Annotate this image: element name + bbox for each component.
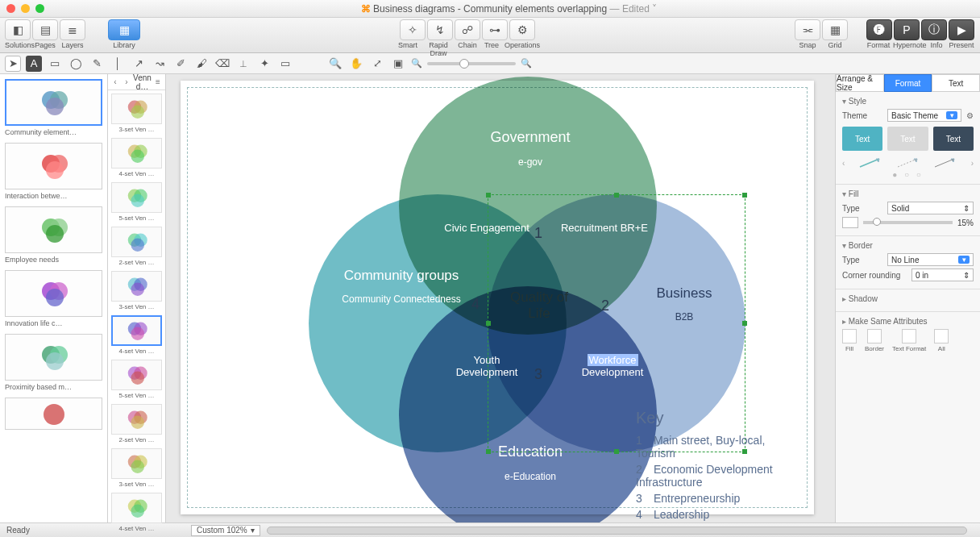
page-thumb-innovation[interactable]: Innovation life c… <box>5 270 102 327</box>
style-pager: ● ○ ○ <box>842 170 974 179</box>
hypernote-button[interactable]: P <box>894 19 920 40</box>
library-item-4[interactable]: 3-set Ven … <box>111 271 162 310</box>
library-item-5[interactable]: 4-set Ven … <box>111 315 162 355</box>
align-tool[interactable]: ▭ <box>277 56 293 72</box>
info-button[interactable]: ⓘ <box>921 19 947 40</box>
ellipse-tool[interactable]: ◯ <box>68 56 84 72</box>
fill-section[interactable]: Fill <box>842 189 974 198</box>
page-thumb-proximity[interactable]: Proximity based m… <box>5 334 102 391</box>
shadow-section[interactable]: Shadow <box>842 294 974 303</box>
canvas[interactable]: Government e-gov Community groups Commun… <box>166 74 835 522</box>
theme-gear-icon[interactable]: ⚙ <box>966 111 974 120</box>
format-button[interactable]: 🅕 <box>866 19 892 40</box>
same-all[interactable]: All <box>934 329 949 352</box>
chain-button[interactable]: ☍ <box>455 19 480 40</box>
inspector-panel: Arrange & SizeFormatText Style Theme Bas… <box>835 74 980 522</box>
key-item-3: 3 Entrepreneurship <box>636 492 807 505</box>
theme-label: Theme <box>842 111 882 120</box>
fit-tool[interactable]: ⤢ <box>369 56 385 72</box>
region-4: 4 <box>471 296 480 313</box>
same-border[interactable]: Border <box>865 329 884 352</box>
rapid-draw-button[interactable]: ↯ <box>427 19 453 40</box>
eyedropper-tool[interactable]: ✐ <box>172 56 189 72</box>
library-item-7[interactable]: 2-set Ven … <box>111 404 162 443</box>
fill-type-select[interactable]: Solid⇕ <box>887 202 974 214</box>
hand-tool[interactable]: ✋ <box>348 56 364 72</box>
style-swatch-2[interactable]: Text <box>887 127 928 151</box>
library-item-3[interactable]: 2-set Ven … <box>111 227 162 266</box>
venn-diagram[interactable]: Government e-gov Community groups Commun… <box>188 88 807 507</box>
page: Government e-gov Community groups Commun… <box>181 81 814 514</box>
pencil-tool[interactable]: ✎ <box>89 56 105 72</box>
layers-button[interactable]: ≣ <box>60 19 85 40</box>
library-item-1[interactable]: 4-set Ven … <box>111 138 162 177</box>
svg-line-0 <box>860 159 879 167</box>
rect-tool[interactable]: ▭ <box>47 56 63 72</box>
fill-color-well[interactable] <box>842 217 858 228</box>
arrow-tool[interactable]: ↗ <box>131 56 147 72</box>
style-swatch-3[interactable]: Text <box>933 127 974 151</box>
style-next[interactable]: › <box>971 159 974 168</box>
pointer-tool[interactable]: ➤ <box>5 56 21 72</box>
library-item-8[interactable]: 3-set Ven … <box>111 448 162 488</box>
grid-button[interactable]: ▦ <box>822 19 848 40</box>
inspector-tab-text[interactable]: Text <box>932 74 980 92</box>
solutions-button[interactable]: ◧ <box>5 19 31 40</box>
border-section[interactable]: Border <box>842 241 974 250</box>
library-item-2[interactable]: 5-set Ven … <box>111 182 162 222</box>
snap-button[interactable]: ⫘ <box>795 19 820 40</box>
wand-tool[interactable]: ✦ <box>256 56 272 72</box>
library-item-6[interactable]: 5-set Ven … <box>111 360 162 399</box>
library-button[interactable]: ▦ <box>108 19 140 40</box>
border-type-select[interactable]: No Line▾ <box>887 253 974 266</box>
same-fill[interactable]: Fill <box>842 329 857 352</box>
key-item-2: 2 Economic Development Infrastructure <box>636 463 807 489</box>
label-community: Community groups Community Connectedness <box>341 267 462 306</box>
library-title: Venn d… <box>132 73 152 91</box>
horizontal-scrollbar[interactable] <box>267 527 967 535</box>
tree-button[interactable]: ⊶ <box>482 19 508 40</box>
same-attr-section[interactable]: Make Same Attributes <box>842 317 974 326</box>
layers-label: Layers <box>60 41 85 49</box>
zoom-plus-icon[interactable]: 🔍 <box>521 58 532 69</box>
zoom-readout[interactable]: Custom 102% ▾ <box>191 525 260 536</box>
lib-next[interactable]: › <box>121 77 132 86</box>
actual-tool[interactable]: ▣ <box>390 56 406 72</box>
style-prev[interactable]: ‹ <box>842 159 845 168</box>
document-title: ⌘ Business diagrams - Community elements… <box>44 3 974 15</box>
zoom-out-icon[interactable]: 🔍 <box>327 56 343 72</box>
library-item-0[interactable]: 3-set Ven … <box>111 94 162 133</box>
smart-button[interactable]: ✧ <box>400 19 426 40</box>
inspector-tab-format[interactable]: Format <box>884 74 932 92</box>
close-window[interactable] <box>6 4 15 13</box>
style-section[interactable]: Style <box>842 97 974 106</box>
present-button[interactable]: ▶ <box>949 19 974 40</box>
label-government: Government e-gov <box>454 128 607 169</box>
page-thumb-interaction[interactable]: Interaction betwe… <box>5 143 102 200</box>
opacity-slider[interactable] <box>863 221 953 224</box>
page-thumb-community-elements[interactable]: Community element… <box>5 79 102 136</box>
line-tool[interactable]: │ <box>110 56 126 72</box>
zoom-window[interactable] <box>35 4 44 13</box>
operations-button[interactable]: ⚙ <box>509 19 535 40</box>
minimize-window[interactable] <box>21 4 30 13</box>
eraser-tool[interactable]: ⌫ <box>214 56 230 72</box>
zoom-minus-icon[interactable]: 🔍 <box>411 58 422 69</box>
theme-select[interactable]: Basic Theme▾ <box>887 109 961 122</box>
brush-tool[interactable]: 🖌 <box>193 56 210 72</box>
solutions-label: Solutions <box>5 41 31 49</box>
crop-tool[interactable]: ⟂ <box>235 56 251 72</box>
lib-menu[interactable]: ≡ <box>152 77 164 86</box>
connector-tool[interactable]: ↝ <box>152 56 168 72</box>
same-text-format[interactable]: Text Format <box>892 329 926 352</box>
pages-button[interactable]: ▤ <box>32 19 58 40</box>
inspector-tab-arrange-size[interactable]: Arrange & Size <box>836 74 884 92</box>
lib-prev[interactable]: ‹ <box>110 77 121 86</box>
corner-rounding-input[interactable]: 0 in⇕ <box>911 268 974 281</box>
text-tool[interactable]: A <box>26 56 42 72</box>
style-swatch-1[interactable]: Text <box>842 127 882 151</box>
library-item-9[interactable]: 4-set Ven … <box>111 493 162 532</box>
page-thumb-employee[interactable]: Employee needs <box>5 206 102 264</box>
library-label: Library <box>113 41 135 49</box>
zoom-slider[interactable] <box>427 62 516 65</box>
